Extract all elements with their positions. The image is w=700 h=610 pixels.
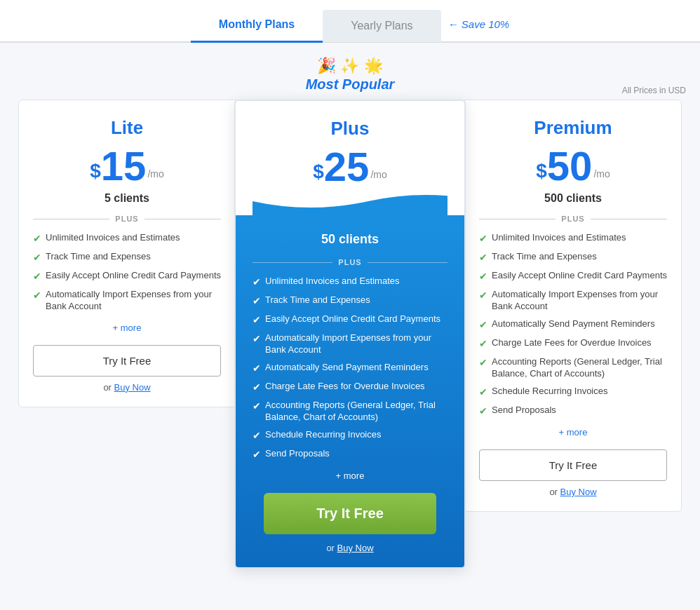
check-icon: ✔ [33,270,41,283]
try-free-button-lite[interactable]: Try It Free [33,345,221,377]
plan-name-plus: Plus [253,118,447,140]
check-icon: ✔ [479,356,487,370]
divider-line-left [479,219,556,219]
buy-now-link-premium[interactable]: Buy Now [560,487,597,497]
pricing-cards: Lite $ 15 /mo 5 clients PLUS ✔Unlimited … [7,100,693,569]
or-buy-plus: or Buy Now [253,543,447,553]
check-icon: ✔ [253,294,261,308]
features-list-lite: ✔Unlimited Invoices and Estimates ✔Track… [33,231,221,313]
check-icon: ✔ [479,289,487,302]
check-icon: ✔ [479,232,487,245]
more-link-plus[interactable]: + more [253,469,447,482]
plus-bottom-section: 50 clients PLUS ✔Unlimited Invoices and … [236,215,464,567]
check-icon: ✔ [253,448,261,461]
tab-monthly[interactable]: Monthly Plans [191,8,323,43]
price-period-premium: /mo [593,168,610,179]
check-icon: ✔ [253,362,261,375]
check-icon: ✔ [253,313,261,327]
more-link-anchor-lite[interactable]: + more [113,323,142,333]
clients-plus: 50 clients [253,232,447,247]
plus-divider-lite: PLUS [33,215,221,223]
plus-label-premium: PLUS [561,215,584,223]
check-icon: ✔ [253,332,261,346]
wave-divider [253,194,447,215]
check-icon: ✔ [479,386,487,399]
feature-item: ✔Accounting Reports (General Ledger, Tri… [253,399,447,423]
feature-item: ✔Send Proposals [253,447,447,461]
price-dollar-premium: $ [536,161,547,181]
check-icon: ✔ [479,337,487,351]
feature-item: ✔Automatically Import Expenses from your… [253,332,447,356]
clients-premium: 500 clients [479,192,667,205]
price-row-lite: $ 15 /mo [33,146,221,187]
popular-badge: 🎉 ✨ 🌟 Most Popular [7,57,693,93]
feature-item: ✔Unlimited Invoices and Estimates [33,231,221,245]
feature-item: ✔Automatically Send Payment Reminders [253,361,447,375]
plan-card-plus: Plus $ 25 /mo 50 clients PLUS [234,100,466,569]
check-icon: ✔ [479,318,487,332]
feature-item: ✔Automatically Import Expenses from your… [479,288,667,313]
popular-text: Most Popular [295,76,406,92]
feature-item: ✔Accounting Reports (General Ledger, Tri… [479,355,667,380]
check-icon: ✔ [253,429,261,442]
price-period-lite: /mo [147,168,163,179]
feature-item: ✔Schedule Recurring Invoices [253,428,447,442]
features-list-premium: ✔Unlimited Invoices and Estimates ✔Track… [479,231,667,417]
feature-item: ✔Track Time and Expenses [253,294,447,308]
check-icon: ✔ [479,405,487,418]
or-buy-lite: or Buy Now [33,382,221,393]
feature-item: ✔Unlimited Invoices and Estimates [479,231,667,245]
plus-divider-premium: PLUS [479,215,667,223]
divider-line-right [591,219,667,219]
try-free-button-plus[interactable]: Try It Free [264,493,436,534]
feature-item: ✔Charge Late Fees for Overdue Invoices [253,380,447,394]
tab-yearly[interactable]: Yearly Plans [323,10,440,42]
feature-item: ✔Automatically Send Payment Reminders [479,318,667,332]
try-free-button-premium[interactable]: Try It Free [479,449,667,481]
feature-item: ✔Easily Accept Online Credit Card Paymen… [479,269,667,283]
price-amount-plus: 25 [324,147,370,187]
plus-label-plus: PLUS [338,258,361,266]
buy-now-link-lite[interactable]: Buy Now [114,382,151,393]
price-row-premium: $ 50 /mo [479,146,667,187]
confetti-decoration: 🎉 ✨ 🌟 [7,57,693,75]
more-link-anchor-premium[interactable]: + more [559,427,588,438]
check-icon: ✔ [33,232,41,245]
plan-name-lite: Lite [33,117,221,139]
plus-label-lite: PLUS [115,215,138,223]
buy-now-link-plus[interactable]: Buy Now [337,543,374,553]
feature-item: ✔Easily Accept Online Credit Card Paymen… [253,313,447,327]
plan-card-lite: Lite $ 15 /mo 5 clients PLUS ✔Unlimited … [18,100,236,407]
divider-line-left [33,219,109,219]
price-row-plus: $ 25 /mo [253,147,447,187]
feature-item: ✔Schedule Recurring Invoices [479,385,667,399]
feature-item: ✔Track Time and Expenses [479,250,667,264]
feature-item: ✔Automatically Import Expenses from your… [33,288,221,313]
more-link-anchor-plus[interactable]: + more [336,470,365,481]
plus-divider-plus: PLUS [253,258,447,266]
plus-top-section: Plus $ 25 /mo [236,101,464,215]
price-amount-lite: 15 [101,146,147,187]
check-icon: ✔ [253,400,261,413]
feature-item: ✔Charge Late Fees for Overdue Invoices [479,337,667,351]
more-link-premium[interactable]: + more [479,426,667,438]
price-amount-premium: 50 [547,146,593,187]
price-dollar-lite: $ [90,161,101,181]
feature-item: ✔Track Time and Expenses [33,250,221,264]
check-icon: ✔ [33,289,41,302]
feature-item: ✔Send Proposals [479,404,667,418]
clients-lite: 5 clients [33,192,221,205]
feature-item: ✔Unlimited Invoices and Estimates [253,275,447,289]
price-period-plus: /mo [370,169,386,180]
main-content: 🎉 ✨ 🌟 Most Popular All Prices in USD Lit… [0,43,700,590]
features-list-plus: ✔Unlimited Invoices and Estimates ✔Track… [253,275,447,461]
feature-item: ✔Easily Accept Online Credit Card Paymen… [33,269,221,283]
plan-card-premium: Premium $ 50 /mo 500 clients PLUS ✔Unlim… [464,100,682,512]
price-dollar-plus: $ [313,162,324,182]
plan-name-premium: Premium [479,117,667,139]
save-label: ← Save 10% [448,18,510,30]
divider-line-left-white [253,262,332,263]
check-icon: ✔ [479,270,487,283]
tabs-bar: Monthly Plans Yearly Plans ← Save 10% [0,0,700,43]
more-link-lite[interactable]: + more [33,321,221,334]
